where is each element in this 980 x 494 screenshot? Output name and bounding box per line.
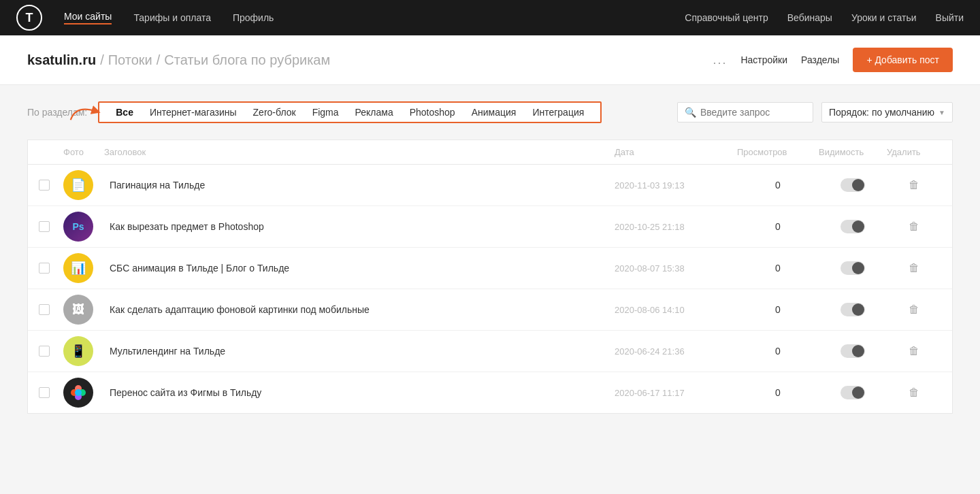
row-checkbox[interactable] [39,346,63,357]
post-thumbnail: 📄 [63,170,93,200]
row-photo-cell: 📱 [63,336,104,366]
search-box: 🔍 [677,102,813,122]
post-title[interactable]: Как вырезать предмет в Photoshop [104,221,615,232]
post-thumbnail: Ps [63,212,93,242]
table-row: 🖼 Как сделать адаптацию фоновой картинки… [28,289,952,331]
table-row: Ps Как вырезать предмет в Photoshop 2020… [28,206,952,248]
filter-tab-animation[interactable]: Анимация [463,107,525,118]
post-title[interactable]: СБС анимация в Тильде | Блог о Тильде [104,263,615,274]
post-visibility-toggle[interactable] [819,303,887,316]
navbar-item-profile[interactable]: Профиль [233,12,274,23]
col-date: Дата [615,147,737,157]
chevron-down-icon: ▼ [938,109,945,116]
navbar-left: Мои сайты Тарифы и оплата Профиль [64,11,663,24]
filter-tab-zero-block[interactable]: Zero-блок [245,107,304,118]
logo[interactable]: Т [16,5,42,31]
filter-tab-figma[interactable]: Figma [304,107,347,118]
sort-label: Порядок: по умолчанию [829,107,934,118]
post-delete-button[interactable]: 🗑 [887,179,941,191]
navbar-item-logout[interactable]: Выйти [936,12,964,23]
breadcrumb-part-2: Статьи блога по рубрикам [164,52,330,68]
add-post-button[interactable]: + Добавить пост [853,48,953,72]
navbar: Т Мои сайты Тарифы и оплата Профиль Спра… [0,0,980,35]
svg-point-5 [75,389,82,396]
filter-tab-integration[interactable]: Интеграция [524,107,592,118]
filter-right: 🔍 Порядок: по умолчанию ▼ [677,102,953,122]
settings-link[interactable]: Настройки [740,54,787,65]
post-title[interactable]: Мультилендинг на Тильде [104,346,615,357]
filter-tabs: Все Интернет-магазины Zero-блок Figma Ре… [98,101,602,123]
post-date: 2020-06-17 11:17 [615,388,737,398]
row-checkbox[interactable] [39,180,63,191]
post-views: 0 [737,180,819,191]
navbar-right: Справочный центр Вебинары Уроки и статьи… [685,12,964,23]
post-delete-button[interactable]: 🗑 [887,220,941,233]
search-icon: 🔍 [685,107,696,118]
col-photo: Фото [63,147,104,157]
table-header: Фото Заголовок Дата Просмотров Видимость… [28,140,952,165]
filter-tab-ads[interactable]: Реклама [347,107,402,118]
page-header: ksatulin.ru / Потоки / Статьи блога по р… [0,35,980,85]
post-thumbnail: 🖼 [63,295,93,325]
post-title[interactable]: Пагинация на Тильде [104,180,615,191]
post-visibility-toggle[interactable] [819,386,887,399]
navbar-item-my-sites[interactable]: Мои сайты [64,11,112,24]
col-delete: Удалить [887,147,941,157]
filter-tab-photoshop[interactable]: Photoshop [402,107,463,118]
filter-label: По разделам: [27,107,87,118]
header-actions: ... Настройки Разделы + Добавить пост [713,48,953,72]
row-photo-cell: 📄 [63,170,104,200]
col-checkbox [39,147,63,157]
table-row: Перенос сайта из Фигмы в Тильду 2020-06-… [28,372,952,413]
navbar-item-help[interactable]: Справочный центр [685,12,768,23]
post-visibility-toggle[interactable] [819,220,887,233]
sections-link[interactable]: Разделы [801,54,839,65]
filter-tab-online-shops[interactable]: Интернет-магазины [142,107,245,118]
more-options-button[interactable]: ... [713,53,727,67]
post-delete-button[interactable]: 🗑 [887,303,941,316]
breadcrumb-part-1: Потоки [108,52,152,68]
row-checkbox[interactable] [39,263,63,274]
navbar-item-lessons[interactable]: Уроки и статьи [851,12,917,23]
search-input[interactable] [700,107,806,118]
row-checkbox[interactable] [39,221,63,232]
breadcrumb: ksatulin.ru / Потоки / Статьи блога по р… [27,52,330,68]
table-row: 📱 Мультилендинг на Тильде 2020-06-24 21:… [28,331,952,372]
col-visibility: Видимость [819,147,887,157]
content-area: По разделам: Все Интернет-магазины Zero-… [0,85,980,430]
navbar-item-pricing[interactable]: Тарифы и оплата [133,12,211,23]
filter-bar: По разделам: Все Интернет-магазины Zero-… [27,101,953,123]
post-title[interactable]: Перенос сайта из Фигмы в Тильду [104,387,615,398]
post-visibility-toggle[interactable] [819,344,887,358]
post-date: 2020-10-25 21:18 [615,222,737,232]
row-checkbox[interactable] [39,387,63,398]
post-date: 2020-11-03 19:13 [615,180,737,191]
post-thumbnail [63,378,93,408]
breadcrumb-sep-1: / [100,52,104,68]
post-delete-button[interactable]: 🗑 [887,345,941,357]
col-title: Заголовок [104,147,615,157]
post-title[interactable]: Как сделать адаптацию фоновой картинки п… [104,304,615,315]
row-checkbox[interactable] [39,304,63,315]
post-visibility-toggle[interactable] [819,261,887,275]
post-date: 2020-08-07 15:38 [615,263,737,274]
row-photo-cell: 📊 [63,253,104,283]
navbar-item-webinars[interactable]: Вебинары [787,12,832,23]
table-row: 📄 Пагинация на Тильде 2020-11-03 19:13 0… [28,165,952,206]
post-thumbnail: 📱 [63,336,93,366]
sort-select[interactable]: Порядок: по умолчанию ▼ [821,102,953,122]
post-delete-button[interactable]: 🗑 [887,262,941,274]
post-views: 0 [737,304,819,315]
post-visibility-toggle[interactable] [819,178,887,192]
breadcrumb-sep-2: / [157,52,161,68]
table-row: 📊 СБС анимация в Тильде | Блог о Тильде … [28,248,952,289]
post-views: 0 [737,263,819,274]
breadcrumb-domain: ksatulin.ru [27,52,96,68]
filter-tab-all[interactable]: Все [108,107,142,118]
posts-table: Фото Заголовок Дата Просмотров Видимость… [27,139,953,414]
col-views: Просмотров [737,147,819,157]
post-delete-button[interactable]: 🗑 [887,386,941,399]
post-views: 0 [737,387,819,398]
row-photo-cell: 🖼 [63,295,104,325]
post-views: 0 [737,346,819,357]
